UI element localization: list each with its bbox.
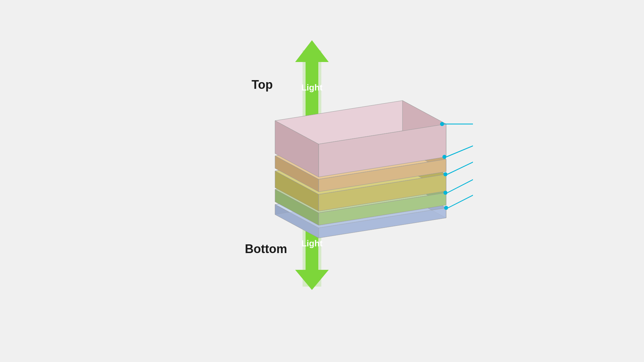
top-label: Top bbox=[252, 78, 273, 92]
diagram-svg: Light Light Top Bottom bbox=[171, 30, 473, 332]
light-label-bottom: Light bbox=[301, 238, 323, 248]
light-label-top: Light bbox=[301, 82, 323, 93]
svg-point-38 bbox=[444, 206, 448, 210]
svg-point-29 bbox=[440, 122, 444, 126]
svg-line-35 bbox=[447, 153, 473, 174]
bottom-label: Bottom bbox=[245, 242, 287, 256]
svg-point-32 bbox=[442, 155, 446, 159]
svg-point-34 bbox=[443, 172, 447, 176]
svg-marker-7 bbox=[295, 270, 329, 290]
diagram-container: Light Light Top Bottom bbox=[171, 30, 473, 332]
svg-marker-5 bbox=[295, 40, 329, 62]
svg-line-39 bbox=[448, 185, 473, 208]
svg-line-33 bbox=[446, 137, 473, 157]
svg-point-36 bbox=[443, 191, 447, 195]
